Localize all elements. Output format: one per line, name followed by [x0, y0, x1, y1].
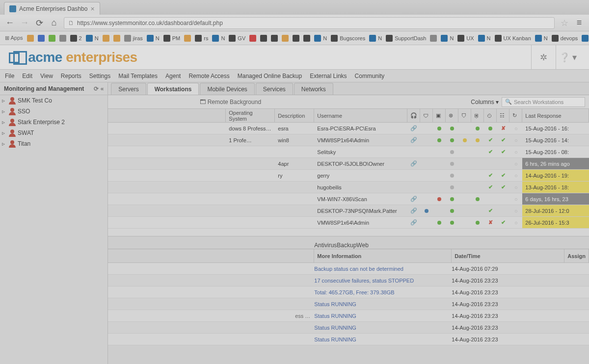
tab-servers[interactable]: Servers	[111, 83, 146, 95]
table-row[interactable]: dows 8 Profess… esra Esra-PC\ESRA-PC\Esr…	[108, 123, 589, 134]
menu-item[interactable]: External Links	[310, 73, 347, 79]
table-row[interactable]: VM-WIN7-X86\iScan 🔗○ 6 days, 16 hrs, 23	[108, 193, 589, 205]
browser-addrbar: ← → ⟳ ⌂ 🗋 https://www.systemmonitor.co.u…	[0, 15, 589, 31]
bookmark[interactable]	[260, 35, 267, 42]
bookmark[interactable]	[103, 35, 109, 42]
bookmark[interactable]	[59, 35, 66, 42]
table-row[interactable]: ry gerry ✔✔○ 14-Aug-2016 - 19:	[108, 170, 589, 182]
detail-row[interactable]: ess … Status RUNNING 14-Aug-2016 23:23	[108, 310, 589, 322]
tab-mobile devices[interactable]: Mobile Devices	[200, 83, 254, 95]
person-icon	[9, 108, 16, 115]
menu-item[interactable]: Managed Online Backup	[238, 73, 302, 79]
menu-item[interactable]: Agent	[165, 73, 181, 79]
tree-item[interactable]: ▹Stark Enterprise 2	[0, 117, 107, 128]
bookmark[interactable]: devops	[552, 35, 578, 42]
bookmark[interactable]: rs	[195, 35, 208, 42]
app-header: acme enterprises ✲ ❔ ▾	[0, 45, 589, 70]
browser-tabbar: Acme Enterprises Dashbo ×	[0, 0, 589, 15]
person-icon	[9, 97, 16, 104]
detail-grid: More Information Date/Time Assign Backup…	[108, 249, 589, 364]
bookmark[interactable]: GV	[229, 35, 245, 42]
tab-workstations[interactable]: Workstations	[147, 83, 199, 95]
bookmark[interactable]: N	[478, 35, 491, 42]
bookmark[interactable]	[249, 35, 256, 42]
bookmark[interactable]: N	[147, 35, 160, 42]
detail-row[interactable]: Backup status can not be determined 14-A…	[108, 263, 589, 275]
bookmark[interactable]	[303, 35, 310, 42]
tab-web[interactable]: Web	[356, 242, 368, 249]
browser-tab[interactable]: Acme Enterprises Dashbo ×	[4, 2, 100, 15]
tree-item[interactable]: ▹Titan	[0, 138, 107, 149]
detail-row[interactable]: Status RUNNING 14-Aug-2016 23:23	[108, 322, 589, 334]
reload-icon[interactable]: ⟳	[34, 18, 44, 28]
address-input[interactable]: 🗋 https://www.systemmonitor.co.uk/dashbo…	[64, 17, 555, 29]
content: ServersWorkstationsMobile DevicesService…	[108, 82, 589, 364]
tree-item[interactable]: ▹SWAT	[0, 128, 107, 138]
menu-item[interactable]: Edit	[22, 73, 32, 79]
table-row[interactable]: 1 Profe… win8 VMW8SP1x64\Admin 🔗✔✔○ 15-A…	[108, 134, 589, 146]
detail-row[interactable]: 17 consecutive failures, status STOPPED …	[108, 275, 589, 286]
tab-backup[interactable]: Backup	[337, 242, 356, 249]
columns-btn[interactable]: Columns ▾	[471, 99, 499, 105]
menu-item[interactable]: View	[40, 73, 53, 79]
back-icon[interactable]: ←	[5, 18, 15, 28]
remote-btn[interactable]: 🗔 Remote Background	[195, 97, 266, 107]
bookmark[interactable]: PM	[163, 35, 181, 42]
refresh-icon[interactable]: ✲	[531, 45, 556, 70]
tree-item[interactable]: ▹SSO	[0, 106, 107, 117]
help-icon[interactable]: ❔ ▾	[556, 45, 580, 70]
bookmark[interactable]: N	[86, 35, 99, 42]
bookmark[interactable]: N	[369, 35, 382, 42]
menu-item[interactable]: File	[5, 73, 14, 79]
home-icon[interactable]: ⌂	[49, 18, 59, 28]
menu-item[interactable]: Mail Templates	[118, 73, 158, 79]
menu-item[interactable]: Reports	[61, 73, 81, 79]
view-tabs: ServersWorkstationsMobile DevicesService…	[108, 82, 589, 95]
table-row[interactable]: DESKTOP-73NPSQI\Mark.Patter 🔗✔○ 28-Jul-2…	[108, 205, 589, 217]
tree-item[interactable]: ▹SMK Test Co	[0, 95, 107, 106]
bookmark[interactable]	[38, 35, 45, 42]
menu-item[interactable]: Settings	[89, 73, 110, 79]
logo-icon	[9, 52, 20, 63]
bookmark[interactable]	[271, 35, 278, 42]
bookmark[interactable]	[49, 35, 55, 42]
star-icon[interactable]: ☆	[560, 18, 569, 28]
bookmark[interactable]	[27, 35, 34, 42]
bookmark[interactable]: N	[314, 35, 327, 42]
refresh-icon[interactable]: ⟳ «	[94, 85, 104, 92]
bookmark[interactable]: Bugscores	[331, 35, 365, 42]
table-row[interactable]: VMW8SP1x64\Admin 🔗✘✔○ 26-Jul-2016 - 15:3	[108, 217, 589, 229]
close-icon[interactable]: ×	[90, 5, 94, 13]
bookmark[interactable]: UX Kanban	[495, 35, 531, 42]
workstations-grid: Operating System Description Username 🎧🛡…	[108, 109, 589, 236]
bookmark[interactable]: UX	[457, 35, 474, 42]
table-row[interactable]: Selitsky ✔✔○ 15-Aug-2016 - 08:	[108, 146, 589, 158]
tab-antivirus[interactable]: Antivirus	[314, 242, 337, 249]
table-row[interactable]: hugobeilis ✔✔○ 13-Aug-2016 - 18:	[108, 182, 589, 193]
bookmark[interactable]: N	[441, 35, 454, 42]
search-input[interactable]: 🔍 Search Workstations	[502, 97, 585, 107]
detail-row[interactable]: Total: 465.27GB, Free: 379.38GB 14-Aug-2…	[108, 286, 589, 298]
detail-row[interactable]: Status RUNNING 14-Aug-2016 23:23	[108, 298, 589, 310]
bookmark[interactable]	[282, 35, 289, 42]
bookmark[interactable]: N	[212, 35, 225, 42]
bookmark[interactable]: N	[535, 35, 548, 42]
menu-icon[interactable]: ≡	[574, 18, 584, 28]
detail-row[interactable]: Status RUNNING 14-Aug-2016 23:23	[108, 334, 589, 345]
menu-item[interactable]: Community	[355, 73, 385, 79]
tab-services[interactable]: Services	[256, 83, 293, 95]
tab-title: Acme Enterprises Dashbo	[19, 5, 87, 12]
bookmark[interactable]: jiras	[124, 35, 143, 42]
forward-icon[interactable]: →	[20, 18, 29, 28]
sidebar: Monitoring and Management ⟳ « ▹SMK Test …	[0, 82, 108, 364]
bookmark[interactable]: N	[582, 35, 589, 42]
bookmark[interactable]	[293, 35, 299, 42]
bookmark[interactable]: SupportDash	[386, 35, 426, 42]
menu-item[interactable]: Remote Access	[188, 73, 229, 79]
tab-networks[interactable]: Networks	[294, 83, 333, 95]
table-row[interactable]: 4apr DESKTOP-I5JOLBO\Owner 🔗○ 6 hrs, 26 …	[108, 158, 589, 170]
bookmark[interactable]	[430, 35, 437, 42]
bookmark[interactable]	[184, 35, 191, 42]
bookmark[interactable]	[113, 35, 120, 42]
bookmark[interactable]: 2	[70, 35, 82, 42]
